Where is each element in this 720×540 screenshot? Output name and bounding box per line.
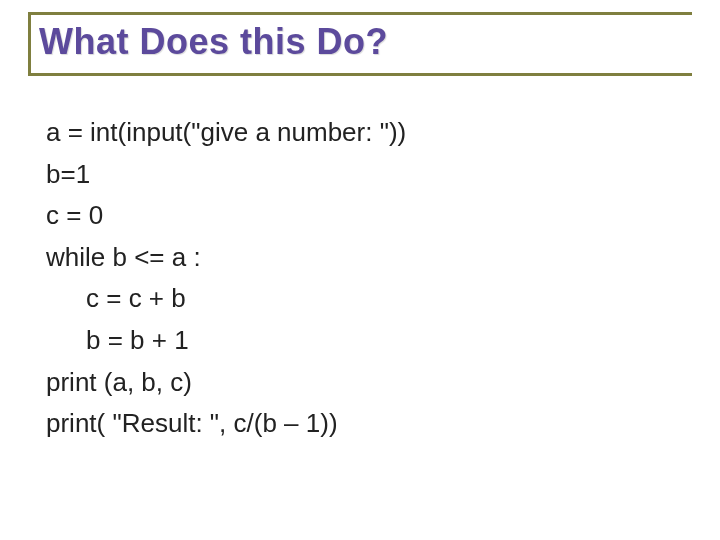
code-line-4: c = c + b [46,278,692,320]
code-content: a = int(input("give a number: ")) b=1 c … [28,108,692,445]
slide-title: What Does this Do? [39,21,692,63]
code-line-1: b=1 [46,154,692,196]
code-line-2: c = 0 [46,195,692,237]
code-line-7: print( "Result: ", c/(b – 1)) [46,403,692,445]
code-line-0: a = int(input("give a number: ")) [46,112,692,154]
code-line-5: b = b + 1 [46,320,692,362]
slide-container: What Does this Do? a = int(input("give a… [0,0,720,540]
code-line-3: while b <= a : [46,237,692,279]
code-line-6: print (a, b, c) [46,362,692,404]
title-box: What Does this Do? [28,12,692,76]
